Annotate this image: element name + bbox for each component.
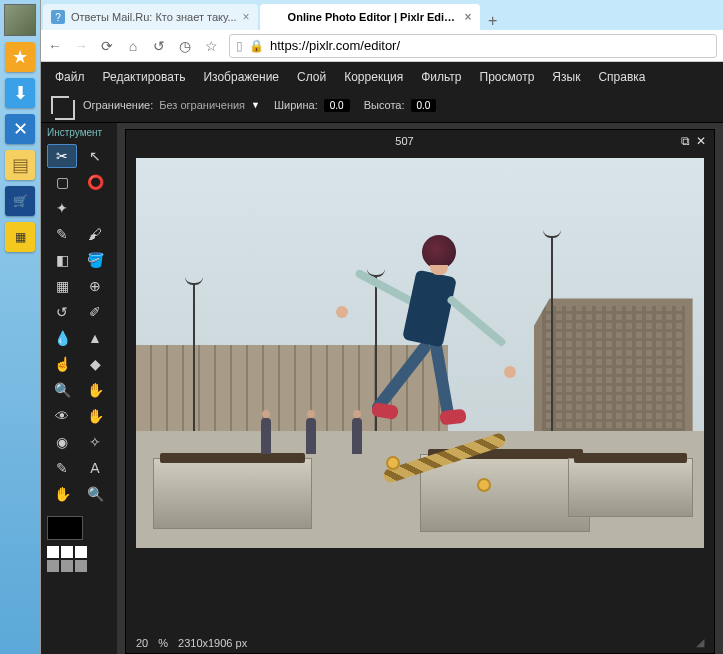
- marquee-tool[interactable]: ▢: [47, 170, 77, 194]
- close-icon[interactable]: ×: [465, 10, 472, 24]
- zoom-value[interactable]: 20: [136, 637, 148, 649]
- clock-icon[interactable]: ◷: [177, 38, 193, 54]
- move-tool[interactable]: ↖: [80, 144, 110, 168]
- close-icon[interactable]: ✕: [696, 134, 706, 148]
- replace-tool[interactable]: ↺: [47, 300, 77, 324]
- download-tile[interactable]: ⬇: [5, 78, 35, 108]
- tab-title: Online Photo Editor | Pixlr Editor | ...: [288, 11, 459, 23]
- cart-tile[interactable]: 🛒: [5, 186, 35, 216]
- blur-tool[interactable]: 💧: [47, 326, 77, 350]
- constraint-value: Без ограничения: [159, 99, 245, 111]
- crop-tool[interactable]: ✂: [47, 144, 77, 168]
- stamp-tool[interactable]: ⊕: [80, 274, 110, 298]
- notes-tile[interactable]: ▤: [5, 150, 35, 180]
- address-bar: ← → ⟳ ⌂ ↺ ◷ ☆ ▯ 🔒: [41, 30, 723, 62]
- tools-tile[interactable]: ✕: [5, 114, 35, 144]
- bloat-tool[interactable]: ◉: [47, 430, 77, 454]
- menu-filter[interactable]: Фильтр: [421, 70, 461, 84]
- pinch-tool[interactable]: ✧: [80, 430, 110, 454]
- taxi-tile[interactable]: ▦: [5, 222, 35, 252]
- maximize-icon[interactable]: ⧉: [681, 134, 690, 148]
- color-swatch[interactable]: [47, 516, 83, 540]
- url-input[interactable]: [270, 38, 710, 53]
- menu-image[interactable]: Изображение: [203, 70, 279, 84]
- back-icon[interactable]: ←: [47, 38, 63, 54]
- tab-active[interactable]: Online Photo Editor | Pixlr Editor | ...…: [260, 4, 480, 30]
- toolbox: Инструмент ✂↖▢⭕✦✎🖌◧🪣▦⊕↺✐💧▲☝◆🔍✋👁✋◉✧✎A✋🔍: [41, 123, 117, 654]
- crop-icon: [51, 96, 69, 114]
- width-value[interactable]: 0.0: [324, 99, 350, 112]
- chevron-down-icon: ▼: [251, 100, 260, 110]
- hand-tool[interactable]: ✋: [47, 482, 77, 506]
- spot-tool[interactable]: ✋: [80, 404, 110, 428]
- lock-icon: 🔒: [249, 39, 264, 53]
- height-label: Высота:: [364, 99, 405, 111]
- menu-bar: Файл Редактировать Изображение Слой Корр…: [41, 62, 723, 92]
- wand-tool[interactable]: ✦: [47, 196, 77, 220]
- constraint-label: Ограничение:: [83, 99, 153, 111]
- width-label: Ширина:: [274, 99, 318, 111]
- picker-tool[interactable]: ✎: [47, 456, 77, 480]
- home-icon[interactable]: ⌂: [125, 38, 141, 54]
- new-tab-button[interactable]: +: [480, 12, 506, 30]
- lasso-tool[interactable]: ⭕: [80, 170, 110, 194]
- sponge-tool[interactable]: ◆: [80, 352, 110, 376]
- star-tile[interactable]: ★: [5, 42, 35, 72]
- star-icon[interactable]: ☆: [203, 38, 219, 54]
- zoom-unit: %: [158, 637, 168, 649]
- brush-tool[interactable]: 🖌: [80, 222, 110, 246]
- menu-view[interactable]: Просмотр: [480, 70, 535, 84]
- dimensions: 2310x1906 px: [178, 637, 247, 649]
- toolbox-label: Инструмент: [41, 123, 117, 142]
- browser-tabs: ? Ответы Mail.Ru: Кто знает таку... × On…: [41, 0, 723, 30]
- menu-file[interactable]: Файл: [55, 70, 85, 84]
- menu-layer[interactable]: Слой: [297, 70, 326, 84]
- burn-tool[interactable]: ✋: [80, 378, 110, 402]
- shield-icon: ▯: [236, 39, 243, 53]
- height-value[interactable]: 0.0: [411, 99, 437, 112]
- history-icon[interactable]: ↺: [151, 38, 167, 54]
- smudge-tool[interactable]: ☝: [47, 352, 77, 376]
- tab-inactive[interactable]: ? Ответы Mail.Ru: Кто знает таку... ×: [43, 4, 258, 30]
- draw-tool[interactable]: ✐: [80, 300, 110, 324]
- close-icon[interactable]: ×: [243, 10, 250, 24]
- swatch-grid[interactable]: [47, 546, 111, 572]
- canvas-image[interactable]: [136, 158, 704, 548]
- menu-adjust[interactable]: Коррекция: [344, 70, 403, 84]
- url-field-wrap[interactable]: ▯ 🔒: [229, 34, 717, 58]
- sharpen-tool[interactable]: ▲: [80, 326, 110, 350]
- favicon-icon: ?: [51, 10, 65, 24]
- user-avatar[interactable]: [4, 4, 36, 36]
- menu-lang[interactable]: Язык: [552, 70, 580, 84]
- reload-icon[interactable]: ⟳: [99, 38, 115, 54]
- pixlr-editor: Файл Редактировать Изображение Слой Корр…: [41, 62, 723, 654]
- gradient-tool[interactable]: ▦: [47, 274, 77, 298]
- pencil-tool[interactable]: ✎: [47, 222, 77, 246]
- canvas-title: 507: [134, 135, 675, 147]
- type-tool[interactable]: A: [80, 456, 110, 480]
- eraser-tool[interactable]: ◧: [47, 248, 77, 272]
- bucket-tool[interactable]: 🪣: [80, 248, 110, 272]
- redeye-tool[interactable]: 👁: [47, 404, 77, 428]
- favicon-icon: [268, 10, 282, 24]
- options-bar: Ограничение: Без ограничения ▼ Ширина: 0…: [41, 92, 723, 123]
- forward-icon: →: [73, 38, 89, 54]
- os-sidebar: ★ ⬇ ✕ ▤ 🛒 ▦: [0, 0, 40, 654]
- dodge-tool[interactable]: 🔍: [47, 378, 77, 402]
- constraint-select[interactable]: Ограничение: Без ограничения ▼: [83, 99, 260, 111]
- status-bar: 20 % 2310x1906 px ◢: [126, 632, 714, 653]
- zoom-tool[interactable]: 🔍: [80, 482, 110, 506]
- canvas-window: 507 ⧉ ✕: [125, 129, 715, 654]
- tab-title: Ответы Mail.Ru: Кто знает таку...: [71, 11, 237, 23]
- menu-edit[interactable]: Редактировать: [103, 70, 186, 84]
- menu-help[interactable]: Справка: [598, 70, 645, 84]
- resize-handle-icon[interactable]: ◢: [696, 636, 704, 649]
